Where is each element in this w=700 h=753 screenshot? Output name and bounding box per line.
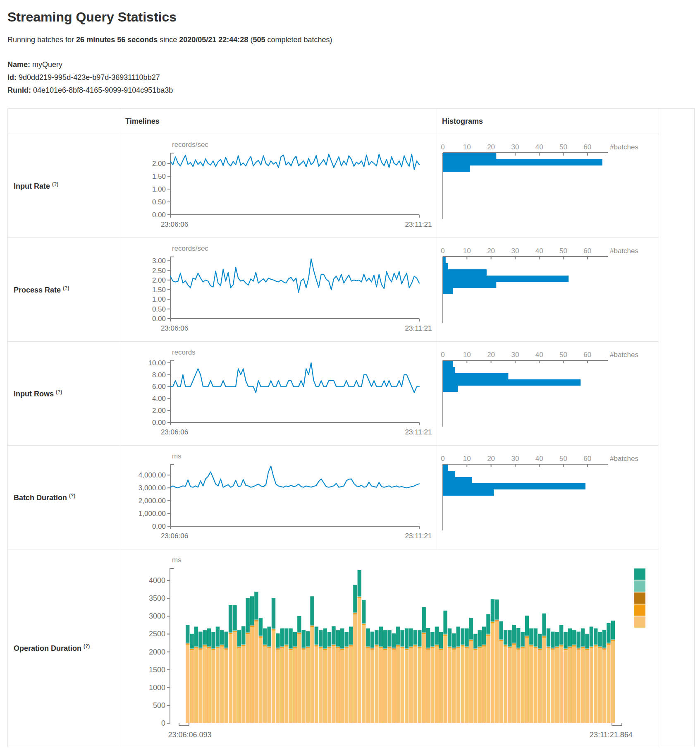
svg-text:40: 40: [535, 455, 543, 463]
query-name-label: Name:: [7, 60, 30, 69]
svg-text:0: 0: [441, 455, 444, 463]
svg-text:8.00: 8.00: [152, 371, 166, 379]
spacer-cell: [659, 238, 695, 342]
operation-duration-row: Operation Duration (?) ms400035003000250…: [8, 549, 695, 747]
operation-duration-label: Operation Duration: [14, 644, 81, 652]
svg-text:6.00: 6.00: [152, 383, 166, 391]
process-rate-timeline-chart: records/sec3.002.502.001.501.000.500.002…: [120, 238, 437, 341]
svg-text:23:06:06: 23:06:06: [161, 428, 188, 436]
svg-text:#batches: #batches: [610, 247, 638, 255]
input-rate-histogram-chart: 0102030405060#batches: [437, 134, 659, 237]
legend-swatch-1: [634, 568, 645, 580]
svg-text:ms: ms: [172, 452, 182, 460]
svg-text:3500: 3500: [149, 595, 165, 603]
operation-duration-chart: ms4000350030002500200015001000500023:06:…: [120, 549, 658, 747]
svg-text:23:06:06: 23:06:06: [161, 221, 188, 228]
streaming-query-statistics-page: Streaming Query Statistics Running batch…: [0, 0, 700, 747]
svg-text:1.00: 1.00: [152, 296, 166, 304]
svg-text:23:11:21: 23:11:21: [405, 221, 432, 228]
query-name-line: Name: myQuery: [7, 58, 700, 71]
running-batches-summary: Running batches for 26 minutes 56 second…: [7, 36, 700, 44]
summary-since: since: [158, 36, 179, 44]
svg-text:1.50: 1.50: [152, 286, 166, 294]
summary-prefix: Running batches for: [7, 36, 76, 44]
svg-text:10: 10: [463, 143, 471, 151]
svg-text:4,000.00: 4,000.00: [139, 472, 166, 480]
process-rate-timeline-cell: records/sec3.002.502.001.501.000.500.002…: [120, 238, 437, 342]
legend-swatch-2: [634, 580, 645, 592]
input-rows-row: Input Rows (?) records10.008.006.004.002…: [8, 342, 695, 446]
process-rate-label-cell: Process Rate (?): [8, 238, 120, 342]
svg-text:23:11:21.864: 23:11:21.864: [590, 731, 633, 739]
input-rate-label: Input Rate: [14, 182, 50, 190]
legend-swatch-4: [634, 604, 645, 616]
svg-text:0: 0: [441, 351, 444, 359]
legend-swatch-5: [634, 616, 645, 628]
svg-text:0.50: 0.50: [152, 305, 166, 313]
svg-text:60: 60: [583, 143, 591, 151]
batch-duration-label-cell: Batch Duration (?): [8, 446, 120, 549]
svg-text:3000: 3000: [149, 612, 165, 621]
summary-suffix: completed batches): [265, 36, 332, 44]
svg-text:1,000.00: 1,000.00: [139, 510, 166, 518]
query-id-line: Id: 9d0dd219-995d-423e-b97d-36931110bb27: [7, 71, 700, 84]
svg-text:23:06:06: 23:06:06: [161, 532, 188, 540]
query-runid-line: RunId: 04e101e6-8bf8-4165-9099-9104c951b…: [7, 84, 700, 97]
svg-text:20: 20: [487, 455, 495, 463]
svg-text:30: 30: [511, 351, 519, 359]
operation-duration-label-cell: Operation Duration (?): [8, 549, 120, 747]
input-rate-timeline-chart: records/sec2.001.501.000.500.0023:06:062…: [120, 134, 437, 237]
input-rate-row: Input Rate (?) records/sec2.001.501.000.…: [8, 134, 695, 238]
header-histograms: Histograms: [437, 109, 659, 134]
svg-text:records: records: [172, 348, 196, 356]
input-rate-tooltip-icon[interactable]: (?): [52, 181, 58, 187]
svg-text:10: 10: [463, 247, 471, 255]
header-spacer-cell: [659, 109, 695, 134]
svg-text:50: 50: [559, 455, 567, 463]
svg-text:4.00: 4.00: [152, 395, 166, 403]
svg-text:40: 40: [535, 143, 543, 151]
svg-text:1000: 1000: [149, 683, 165, 692]
svg-text:20: 20: [487, 351, 495, 359]
svg-text:50: 50: [559, 351, 567, 359]
svg-text:23:11:21: 23:11:21: [405, 324, 432, 332]
svg-text:23:11:21: 23:11:21: [405, 428, 432, 436]
query-runid-value: 04e101e6-8bf8-4165-9099-9104c951ba3b: [33, 86, 173, 94]
svg-text:0.00: 0.00: [152, 419, 166, 427]
svg-text:30: 30: [511, 455, 519, 463]
svg-text:2,000.00: 2,000.00: [139, 497, 166, 505]
input-rows-timeline-cell: records10.008.006.004.002.000.0023:06:06…: [120, 342, 437, 446]
input-rows-label-cell: Input Rows (?): [8, 342, 120, 446]
svg-text:500: 500: [153, 701, 165, 710]
table-header-row: Timelines Histograms: [8, 109, 695, 134]
batch-duration-tooltip-icon[interactable]: (?): [69, 493, 75, 499]
batch-duration-timeline-cell: ms4,000.003,000.002,000.001,000.000.0023…: [120, 446, 437, 549]
svg-text:2.00: 2.00: [152, 276, 166, 284]
batch-duration-histogram-cell: 0102030405060#batches: [437, 446, 659, 549]
query-id-label: Id:: [7, 73, 17, 82]
process-rate-tooltip-icon[interactable]: (?): [63, 285, 69, 291]
svg-text:2.00: 2.00: [152, 407, 166, 415]
svg-text:4000: 4000: [149, 577, 165, 585]
batch-duration-timeline-chart: ms4,000.003,000.002,000.001,000.000.0023…: [120, 446, 437, 549]
header-empty-cell: [8, 109, 120, 134]
svg-text:0.50: 0.50: [152, 198, 166, 206]
svg-text:60: 60: [583, 247, 591, 255]
completed-batch-count: 505: [253, 36, 265, 44]
process-rate-label: Process Rate: [14, 286, 61, 294]
svg-text:40: 40: [535, 247, 543, 255]
operation-duration-tooltip-icon[interactable]: (?): [84, 643, 90, 649]
svg-text:#batches: #batches: [610, 351, 638, 359]
input-rows-tooltip-icon[interactable]: (?): [56, 389, 62, 395]
input-rate-timeline-cell: records/sec2.001.501.000.500.0023:06:062…: [120, 134, 437, 238]
spacer-cell: [659, 446, 695, 549]
svg-text:3.00: 3.00: [152, 257, 166, 265]
svg-text:2.50: 2.50: [152, 267, 166, 275]
svg-text:23:11:21: 23:11:21: [405, 532, 432, 540]
svg-text:30: 30: [511, 143, 519, 151]
spacer-cell: [659, 134, 695, 238]
input-rows-histogram-cell: 0102030405060#batches: [437, 342, 659, 446]
svg-text:2500: 2500: [149, 630, 165, 638]
svg-text:records/sec: records/sec: [172, 245, 208, 252]
svg-text:0.00: 0.00: [152, 315, 166, 323]
